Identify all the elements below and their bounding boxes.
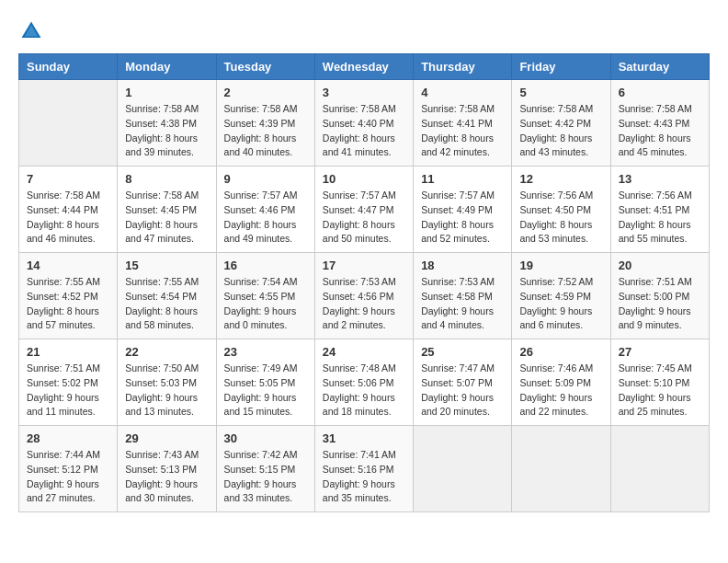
header-monday: Monday xyxy=(118,54,216,80)
day-number: 3 xyxy=(323,86,405,99)
calendar-cell xyxy=(610,426,709,512)
calendar-cell: 11Sunrise: 7:57 AMSunset: 4:49 PMDayligh… xyxy=(414,167,512,253)
calendar-cell: 3Sunrise: 7:58 AMSunset: 4:40 PMDaylight… xyxy=(314,80,413,167)
calendar-cell: 6Sunrise: 7:58 AMSunset: 4:43 PMDaylight… xyxy=(610,80,709,167)
calendar-cell: 25Sunrise: 7:47 AMSunset: 5:07 PMDayligh… xyxy=(414,339,512,426)
calendar-cell: 5Sunrise: 7:58 AMSunset: 4:42 PMDaylight… xyxy=(512,80,610,167)
day-info: Sunrise: 7:56 AMSunset: 4:51 PMDaylight:… xyxy=(619,189,701,247)
header-friday: Friday xyxy=(512,54,610,80)
header-saturday: Saturday xyxy=(610,54,709,80)
day-number: 14 xyxy=(27,259,109,272)
day-number: 22 xyxy=(125,345,208,359)
day-info: Sunrise: 7:55 AMSunset: 4:52 PMDaylight:… xyxy=(27,275,109,333)
day-number: 30 xyxy=(224,431,307,445)
calendar-cell: 14Sunrise: 7:55 AMSunset: 4:52 PMDayligh… xyxy=(19,253,118,339)
day-number: 26 xyxy=(519,345,602,359)
day-info: Sunrise: 7:58 AMSunset: 4:45 PMDaylight:… xyxy=(125,189,208,247)
day-number: 24 xyxy=(323,345,405,359)
day-number: 17 xyxy=(323,259,405,272)
day-info: Sunrise: 7:57 AMSunset: 4:47 PMDaylight:… xyxy=(323,189,405,247)
day-info: Sunrise: 7:54 AMSunset: 4:55 PMDaylight:… xyxy=(224,275,307,333)
day-number: 21 xyxy=(27,345,109,359)
header-sunday: Sunday xyxy=(19,54,118,80)
day-info: Sunrise: 7:58 AMSunset: 4:41 PMDaylight:… xyxy=(421,102,504,160)
calendar-cell: 12Sunrise: 7:56 AMSunset: 4:50 PMDayligh… xyxy=(512,167,610,253)
day-info: Sunrise: 7:41 AMSunset: 5:16 PMDaylight:… xyxy=(323,448,405,506)
calendar-cell xyxy=(414,426,512,512)
calendar-cell: 4Sunrise: 7:58 AMSunset: 4:41 PMDaylight… xyxy=(414,80,512,167)
day-info: Sunrise: 7:51 AMSunset: 5:00 PMDaylight:… xyxy=(619,275,701,333)
day-number: 8 xyxy=(125,172,208,186)
calendar-cell: 7Sunrise: 7:58 AMSunset: 4:44 PMDaylight… xyxy=(19,167,118,253)
day-number: 11 xyxy=(421,172,504,186)
calendar-cell: 13Sunrise: 7:56 AMSunset: 4:51 PMDayligh… xyxy=(610,167,709,253)
day-number: 1 xyxy=(125,86,208,99)
day-info: Sunrise: 7:47 AMSunset: 5:07 PMDaylight:… xyxy=(421,362,504,419)
calendar-cell: 22Sunrise: 7:50 AMSunset: 5:03 PMDayligh… xyxy=(118,339,216,426)
day-info: Sunrise: 7:45 AMSunset: 5:10 PMDaylight:… xyxy=(619,362,701,419)
day-number: 25 xyxy=(421,345,504,359)
calendar-table: SundayMondayTuesdayWednesdayThursdayFrid… xyxy=(18,53,710,512)
day-number: 2 xyxy=(224,86,307,99)
day-info: Sunrise: 7:58 AMSunset: 4:42 PMDaylight:… xyxy=(519,102,602,160)
calendar-cell: 19Sunrise: 7:52 AMSunset: 4:59 PMDayligh… xyxy=(512,253,610,339)
day-number: 5 xyxy=(519,86,602,99)
day-info: Sunrise: 7:57 AMSunset: 4:46 PMDaylight:… xyxy=(224,189,307,247)
calendar-cell: 26Sunrise: 7:46 AMSunset: 5:09 PMDayligh… xyxy=(512,339,610,426)
day-info: Sunrise: 7:43 AMSunset: 5:13 PMDaylight:… xyxy=(125,448,208,506)
day-info: Sunrise: 7:55 AMSunset: 4:54 PMDaylight:… xyxy=(125,275,208,333)
day-info: Sunrise: 7:58 AMSunset: 4:39 PMDaylight:… xyxy=(224,102,307,160)
day-number: 29 xyxy=(125,431,208,445)
day-info: Sunrise: 7:49 AMSunset: 5:05 PMDaylight:… xyxy=(224,362,307,419)
calendar-cell: 8Sunrise: 7:58 AMSunset: 4:45 PMDaylight… xyxy=(118,167,216,253)
day-number: 19 xyxy=(519,259,602,272)
day-info: Sunrise: 7:44 AMSunset: 5:12 PMDaylight:… xyxy=(27,448,109,506)
logo xyxy=(18,18,48,44)
calendar-cell: 15Sunrise: 7:55 AMSunset: 4:54 PMDayligh… xyxy=(118,253,216,339)
day-number: 18 xyxy=(421,259,504,272)
day-info: Sunrise: 7:46 AMSunset: 5:09 PMDaylight:… xyxy=(519,362,602,419)
calendar-cell: 24Sunrise: 7:48 AMSunset: 5:06 PMDayligh… xyxy=(314,339,413,426)
calendar-cell: 23Sunrise: 7:49 AMSunset: 5:05 PMDayligh… xyxy=(216,339,314,426)
day-number: 31 xyxy=(323,431,405,445)
week-row-1: 1Sunrise: 7:58 AMSunset: 4:38 PMDaylight… xyxy=(19,80,710,167)
calendar-header-row: SundayMondayTuesdayWednesdayThursdayFrid… xyxy=(19,54,710,80)
day-info: Sunrise: 7:56 AMSunset: 4:50 PMDaylight:… xyxy=(519,189,602,247)
day-info: Sunrise: 7:50 AMSunset: 5:03 PMDaylight:… xyxy=(125,362,208,419)
day-number: 15 xyxy=(125,259,208,272)
calendar-cell: 17Sunrise: 7:53 AMSunset: 4:56 PMDayligh… xyxy=(314,253,413,339)
week-row-4: 21Sunrise: 7:51 AMSunset: 5:02 PMDayligh… xyxy=(19,339,710,426)
day-info: Sunrise: 7:51 AMSunset: 5:02 PMDaylight:… xyxy=(27,362,109,419)
calendar-cell: 27Sunrise: 7:45 AMSunset: 5:10 PMDayligh… xyxy=(610,339,709,426)
day-info: Sunrise: 7:52 AMSunset: 4:59 PMDaylight:… xyxy=(519,275,602,333)
calendar-cell: 21Sunrise: 7:51 AMSunset: 5:02 PMDayligh… xyxy=(19,339,118,426)
day-info: Sunrise: 7:48 AMSunset: 5:06 PMDaylight:… xyxy=(323,362,405,419)
day-number: 20 xyxy=(619,259,701,272)
week-row-3: 14Sunrise: 7:55 AMSunset: 4:52 PMDayligh… xyxy=(19,253,710,339)
calendar-cell: 9Sunrise: 7:57 AMSunset: 4:46 PMDaylight… xyxy=(216,167,314,253)
day-number: 4 xyxy=(421,86,504,99)
day-number: 27 xyxy=(619,345,701,359)
logo-icon xyxy=(18,18,44,44)
header-wednesday: Wednesday xyxy=(314,54,413,80)
calendar-cell: 29Sunrise: 7:43 AMSunset: 5:13 PMDayligh… xyxy=(118,426,216,512)
calendar-cell: 1Sunrise: 7:58 AMSunset: 4:38 PMDaylight… xyxy=(118,80,216,167)
week-row-5: 28Sunrise: 7:44 AMSunset: 5:12 PMDayligh… xyxy=(19,426,710,512)
calendar-cell xyxy=(19,80,118,167)
day-info: Sunrise: 7:53 AMSunset: 4:58 PMDaylight:… xyxy=(421,275,504,333)
calendar-cell: 20Sunrise: 7:51 AMSunset: 5:00 PMDayligh… xyxy=(610,253,709,339)
day-info: Sunrise: 7:58 AMSunset: 4:44 PMDaylight:… xyxy=(27,189,109,247)
day-number: 10 xyxy=(323,172,405,186)
day-info: Sunrise: 7:58 AMSunset: 4:43 PMDaylight:… xyxy=(619,102,701,160)
day-info: Sunrise: 7:58 AMSunset: 4:38 PMDaylight:… xyxy=(125,102,208,160)
calendar-cell: 16Sunrise: 7:54 AMSunset: 4:55 PMDayligh… xyxy=(216,253,314,339)
calendar-cell: 30Sunrise: 7:42 AMSunset: 5:15 PMDayligh… xyxy=(216,426,314,512)
day-number: 23 xyxy=(224,345,307,359)
calendar-cell: 31Sunrise: 7:41 AMSunset: 5:16 PMDayligh… xyxy=(314,426,413,512)
header-tuesday: Tuesday xyxy=(216,54,314,80)
calendar-cell: 10Sunrise: 7:57 AMSunset: 4:47 PMDayligh… xyxy=(314,167,413,253)
day-info: Sunrise: 7:58 AMSunset: 4:40 PMDaylight:… xyxy=(323,102,405,160)
calendar-cell: 28Sunrise: 7:44 AMSunset: 5:12 PMDayligh… xyxy=(19,426,118,512)
week-row-2: 7Sunrise: 7:58 AMSunset: 4:44 PMDaylight… xyxy=(19,167,710,253)
calendar-cell: 18Sunrise: 7:53 AMSunset: 4:58 PMDayligh… xyxy=(414,253,512,339)
